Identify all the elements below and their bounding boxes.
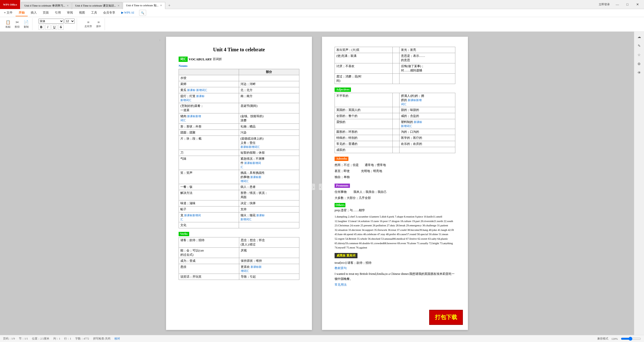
italic-button[interactable]: I <box>45 25 51 30</box>
status-row: 行：1 <box>64 337 71 340</box>
table-row: 猪肉 新课标新增词汇(金钱、技能等的)浪费 <box>179 113 299 124</box>
panel-icon-5[interactable]: 👁 <box>635 69 643 77</box>
ribbon-tab-review[interactable]: 审阅 <box>64 10 76 16</box>
tab-3-close[interactable]: ✕ <box>160 4 162 7</box>
strikethrough-button[interactable]: S <box>58 25 64 30</box>
adv-row-1: 然而；不过；但是 通常地；惯常地 <box>335 162 455 168</box>
cell: 文化 <box>179 222 239 228</box>
table-row: 黄瓜 新课标 新增词汇北；北方 <box>179 87 299 93</box>
table-row: 味道；滋味决定；抉择 <box>179 200 299 206</box>
wps-logo: WPS Office <box>0 0 20 9</box>
vocab-vocabulary: VOCABULARY <box>189 57 212 61</box>
cell: 厨师 <box>179 81 239 87</box>
cell: 厌视 <box>239 248 299 258</box>
cell: 发出笑声；(大)笑 <box>335 47 393 53</box>
cell: 病人；患者 <box>239 184 299 190</box>
cell: 团圆；团聚 <box>179 130 239 136</box>
cell <box>393 107 399 113</box>
panel-icon-2[interactable]: ✎ <box>635 42 643 50</box>
account-button[interactable]: 立即登录 <box>596 3 613 6</box>
ribbon-tab-page[interactable]: 页面 <box>40 10 52 16</box>
tab-1[interactable]: Unit 4 Time to celebrate 单词举习... ✕ <box>21 2 71 9</box>
cell: 请客；款待；招待 <box>179 237 239 248</box>
table-row: 笑；笑声挑战；具有挑战性的事物 新课标新增词汇 <box>179 170 299 184</box>
ribbon-tab-view[interactable]: 视图 <box>76 10 88 16</box>
tab-2[interactable]: Unit 4 Time to celebrate 课文知识... ✕ <box>72 2 122 9</box>
cell: 发光；发亮 <box>399 47 455 53</box>
pronoun-header: Pronouns <box>335 184 350 188</box>
tab-3-label: Unit 4 Time to celebrate 知... <box>126 4 158 7</box>
cell: 黄瓜 新课标 新增词汇 <box>179 87 239 93</box>
status-edit-mode: 兼容模式 <box>597 337 608 340</box>
underline-button[interactable]: U <box>52 25 57 30</box>
cell: 挤满人(的)的；拥挤的 新课标新增词汇 <box>399 93 455 107</box>
tab-3[interactable]: Unit 4 Time to celebrate 知... ✕ <box>123 2 165 9</box>
pronoun-content: 任何事物 我本人；我亲自；我自己 大多数；大部分；几乎全部 <box>335 189 455 201</box>
table-row: 解决方法形势；情况；状况；局面 <box>179 190 299 200</box>
add-tab-button[interactable]: + <box>166 2 173 9</box>
cell: 礼物；赠品 <box>239 124 299 130</box>
adv-row-2: 甚至；即使 光明地；明亮地 <box>335 168 455 174</box>
font-family-select[interactable]: 宋体 <box>38 19 64 24</box>
cell <box>393 119 399 129</box>
align-left-button[interactable]: ≡左对齐 <box>83 19 94 30</box>
cell: 塑料制的 新课标新增词汇 <box>399 119 455 129</box>
cell: 震惊的 <box>335 119 393 129</box>
table-row: 成双的 <box>335 147 455 153</box>
cell: 圆形的；环形的 <box>335 129 393 135</box>
table-row: 讨厌；不喜欢 后悔(做了某事)；对……感到遗憾 <box>335 63 455 74</box>
adj-table: 不平常的 挤满人(的)的；拥挤的 新课标新增词汇 英国的；英国人的 甜的；味甜的… <box>335 93 455 153</box>
cell: 刀 <box>179 150 239 156</box>
bold-button[interactable]: B <box>38 25 44 30</box>
ribbon-tab-home[interactable]: 开始 <box>16 10 28 16</box>
cell: 烟火；烟花 新课标新增词汇 <box>239 212 299 222</box>
cell: 悬挂 <box>179 264 239 274</box>
zoom-slider[interactable] <box>621 337 641 341</box>
copy-button[interactable]: 📄复制 <box>22 19 30 30</box>
status-section: 节：1/1 <box>19 337 28 340</box>
panel-icon-4[interactable]: ⚙ <box>635 60 643 68</box>
table-row: 全部的；整个的 咸的；含盐的 <box>335 113 455 119</box>
cell <box>393 93 399 107</box>
paste-button[interactable]: 📋粘贴 <box>4 19 12 30</box>
answers-content: 1.dumpling 2.chef 3.cucumber 4.lantern 5… <box>335 215 455 250</box>
panel-icon-1[interactable]: ☁ <box>635 33 643 41</box>
table-row: (烹制好的)菜肴；一道菜圣诞节(期间) <box>179 103 299 113</box>
table-row: (使)充满；装满 意思是；表示……的意思 <box>335 53 455 63</box>
tab-1-close[interactable]: ✕ <box>67 4 69 7</box>
minimize-button[interactable]: — <box>613 0 622 9</box>
ribbon-tab-wpsai[interactable]: ▶ WPS AI <box>118 10 137 16</box>
ribbon-tab-insert[interactable]: 插入 <box>28 10 40 16</box>
cell: 形；形状；外形 <box>179 124 239 130</box>
ribbon-tab-vip[interactable]: 会员专享 <box>100 10 118 16</box>
ribbon-tab-ref[interactable]: 引用 <box>52 10 64 16</box>
cell: 污染 <box>239 130 299 136</box>
download-banner[interactable]: 打包下载 <box>429 310 463 325</box>
cell: 保持原状；维持 <box>239 258 299 264</box>
align-center-button[interactable]: ≡居中 <box>95 19 103 30</box>
cell: 特殊的；特别的 <box>335 135 393 141</box>
tab-2-close[interactable]: ✕ <box>117 4 119 7</box>
page-handle-left[interactable]: ‹ <box>318 183 322 190</box>
panel-icon-3[interactable]: ☆ <box>635 51 643 59</box>
cut-button[interactable]: ✂剪切 <box>13 19 21 30</box>
font-size-select[interactable]: 12 <box>65 19 75 24</box>
example-sentence: I wanted to treat my British friend,Emil… <box>335 271 455 282</box>
cell: 决定；抉择 <box>239 200 299 206</box>
close-button[interactable]: ✕ <box>633 0 642 9</box>
cell: 成双的 <box>335 147 393 153</box>
maximize-button[interactable]: □ <box>623 0 632 9</box>
adj-section: Adjectives 不平常的 挤满人(的)的；拥挤的 新课标新增词汇 英国的；… <box>335 86 455 153</box>
tab-2-label: Unit 4 Time to celebrate 课文知识... <box>75 4 116 8</box>
ribbon-tab-file[interactable]: ≡ 文件 <box>1 10 16 16</box>
ribbon-tab-tools[interactable]: 工具 <box>88 10 100 16</box>
search-input[interactable]: 🔍 <box>139 10 146 16</box>
pronoun-row-1: 任何事物 我本人；我亲自；我自己 <box>335 189 455 195</box>
page-handle-right[interactable]: › <box>312 183 315 190</box>
verbs-table: 请客；款待；招待思念；想念；怀念(某人);错过 能；会；可以(can的过去式)厌… <box>179 237 299 280</box>
cell: 短暂的假期；休假 <box>239 150 299 156</box>
status-proofread[interactable]: 校对 <box>114 337 120 340</box>
cell: 提灯；灯笼 新课标新增词汇 <box>179 93 239 103</box>
table-row: 圆形的；环形的 沟的；口沟的 <box>335 129 455 135</box>
vocab-subtitle: 百词折 <box>213 57 222 61</box>
